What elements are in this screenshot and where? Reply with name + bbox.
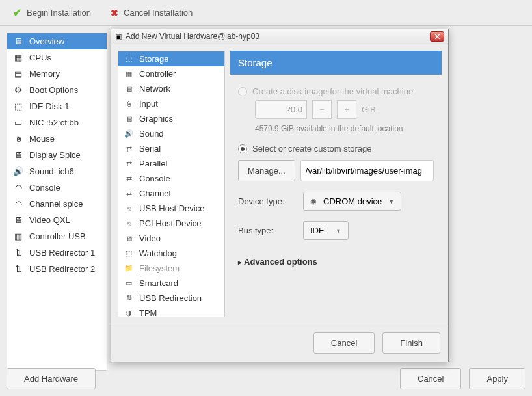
hw-icon: 🖱	[124, 99, 134, 109]
sidebar-item-mouse[interactable]: 🖱Mouse	[7, 131, 107, 147]
sidebar-item-video-qxl[interactable]: 🖥Video QXL	[7, 212, 107, 228]
hw-item-video[interactable]: 🖥Video	[118, 231, 224, 246]
hw-item-label: Sound	[139, 129, 164, 139]
device-icon: ⇅	[12, 248, 24, 257]
sidebar-item-channel-spice[interactable]: ◠Channel spice	[7, 196, 107, 212]
hw-item-label: Storage	[139, 54, 169, 64]
device-icon: ▦	[12, 53, 24, 62]
sidebar-item-console[interactable]: ◠Console	[7, 179, 107, 196]
sidebar-item-boot-options[interactable]: ⚙Boot Options	[7, 82, 107, 98]
hw-icon: ⇄	[124, 159, 134, 168]
custom-storage-label: Select or create custom storage	[252, 144, 372, 153]
hw-icon: 🖥	[124, 85, 134, 94]
device-type-dropdown[interactable]: ◉ CDROM device ▼	[303, 192, 401, 211]
size-plus-button: +	[337, 100, 356, 119]
sidebar-item-controller-usb[interactable]: ▥Controller USB	[7, 228, 107, 244]
device-type-label: Device type:	[238, 196, 297, 206]
hw-item-pci-host-device[interactable]: ⎋PCI Host Device	[118, 216, 224, 231]
hw-icon: ⇄	[124, 189, 134, 198]
bus-type-dropdown[interactable]: IDE ▼	[303, 221, 349, 240]
bus-type-label: Bus type:	[238, 226, 297, 235]
device-icon: 🖥	[12, 37, 24, 46]
hw-item-label: Controller	[139, 69, 176, 79]
sidebar-item-label: Console	[29, 183, 60, 192]
hw-icon: ◑	[124, 309, 134, 318]
sidebar-item-label: Controller USB	[29, 231, 86, 241]
hw-item-label: Watchdog	[139, 248, 177, 258]
available-text: 4579.9 GiB available in the default loca…	[255, 124, 434, 133]
size-input	[255, 100, 307, 119]
sidebar-item-usb-redirector-2[interactable]: ⇅USB Redirector 2	[7, 261, 107, 277]
device-icon: 🖱	[12, 135, 24, 144]
custom-storage-radio[interactable]: Select or create custom storage	[238, 144, 434, 153]
hw-item-serial[interactable]: ⇄Serial	[118, 141, 224, 156]
hw-item-label: Network	[139, 84, 170, 94]
sidebar-item-ide-disk-1[interactable]: ⬚IDE Disk 1	[7, 98, 107, 114]
bottom-bar: Add Hardware Cancel Apply	[7, 368, 525, 389]
dialog-cancel-button[interactable]: Cancel	[313, 332, 375, 354]
sidebar-item-label: Mouse	[29, 134, 55, 144]
hw-item-label: Graphics	[139, 114, 173, 124]
device-icon: ▥	[12, 232, 24, 241]
hw-item-input[interactable]: 🖱Input	[118, 96, 224, 111]
hw-item-sound[interactable]: 🔊Sound	[118, 126, 224, 141]
hw-item-label: Input	[139, 99, 158, 109]
hw-item-label: USB Redirection	[139, 293, 202, 303]
close-icon: ✕	[434, 32, 441, 42]
sidebar-item-label: Video QXL	[29, 215, 70, 225]
sidebar-item-label: NIC :52:cf:bb	[29, 118, 79, 127]
x-icon: ✖	[111, 8, 118, 18]
manage-button[interactable]: Manage...	[238, 160, 295, 181]
create-disk-radio[interactable]: Create a disk image for the virtual mach…	[238, 86, 434, 96]
dialog-title: Add New Virtual Hardware@lab-hyp03	[126, 32, 426, 41]
hw-item-channel[interactable]: ⇄Channel	[118, 186, 224, 201]
hw-item-storage[interactable]: ⬚Storage	[118, 51, 224, 66]
hw-item-label: Parallel	[139, 159, 167, 168]
advanced-label: Advanced options	[244, 257, 317, 267]
top-toolbar: ✔ Begin Installation ✖ Cancel Installati…	[0, 0, 532, 26]
chevron-down-icon: ▼	[388, 198, 394, 205]
sidebar-item-label: Sound: ich6	[29, 166, 74, 176]
add-hardware-button[interactable]: Add Hardware	[7, 368, 96, 389]
hw-item-smartcard[interactable]: ▭Smartcard	[118, 276, 224, 291]
radio-icon	[238, 87, 247, 96]
sidebar-item-label: Boot Options	[29, 85, 78, 95]
hw-item-watchdog[interactable]: ⬚Watchdog	[118, 246, 224, 261]
storage-pane: Storage Create a disk image for the virt…	[230, 51, 442, 317]
sidebar-item-display-spice[interactable]: 🖥Display Spice	[7, 147, 107, 163]
sidebar-item-sound-ich6[interactable]: 🔊Sound: ich6	[7, 163, 107, 179]
hw-item-usb-redirection[interactable]: ⇅USB Redirection	[118, 291, 224, 306]
sidebar-item-usb-redirector-1[interactable]: ⇅USB Redirector 1	[7, 244, 107, 261]
hw-icon: ▦	[124, 70, 134, 79]
hw-item-usb-host-device[interactable]: ⎋USB Host Device	[118, 201, 224, 216]
storage-path-input[interactable]	[300, 160, 434, 181]
hw-icon: 📁	[124, 264, 134, 273]
hw-item-graphics[interactable]: 🖥Graphics	[118, 111, 224, 126]
size-minus-button: −	[312, 100, 332, 119]
begin-installation-button[interactable]: ✔ Begin Installation	[13, 7, 91, 19]
hw-item-network[interactable]: 🖥Network	[118, 81, 224, 96]
hw-icon: ⇄	[124, 144, 134, 153]
sidebar-item-label: IDE Disk 1	[29, 101, 69, 111]
cancel-button[interactable]: Cancel	[400, 368, 461, 389]
advanced-options-expander[interactable]: Advanced options	[238, 257, 434, 267]
apply-button[interactable]: Apply	[469, 368, 525, 389]
sidebar-item-overview[interactable]: 🖥Overview	[7, 33, 107, 49]
sidebar-item-cpus[interactable]: ▦CPUs	[7, 49, 107, 66]
sidebar-item-nic-52-cf-bb[interactable]: ▭NIC :52:cf:bb	[7, 114, 107, 131]
sidebar-item-label: Memory	[29, 69, 60, 79]
sidebar-item-label: Overview	[29, 36, 64, 46]
hw-item-controller[interactable]: ▦Controller	[118, 66, 224, 81]
begin-label: Begin Installation	[27, 8, 91, 18]
cancel-installation-button[interactable]: ✖ Cancel Installation	[111, 8, 193, 18]
hw-item-console[interactable]: ⇄Console	[118, 171, 224, 186]
sidebar-item-memory[interactable]: ▤Memory	[7, 66, 107, 82]
hw-item-tpm[interactable]: ◑TPM	[118, 306, 224, 317]
hw-icon: 🖥	[124, 114, 134, 124]
radio-icon	[238, 144, 247, 153]
bus-type-value: IDE	[310, 226, 325, 235]
dialog-finish-button[interactable]: Finish	[382, 332, 440, 354]
hw-item-label: TPM	[139, 308, 157, 317]
hw-item-parallel[interactable]: ⇄Parallel	[118, 156, 224, 171]
close-button[interactable]: ✕	[430, 31, 444, 42]
